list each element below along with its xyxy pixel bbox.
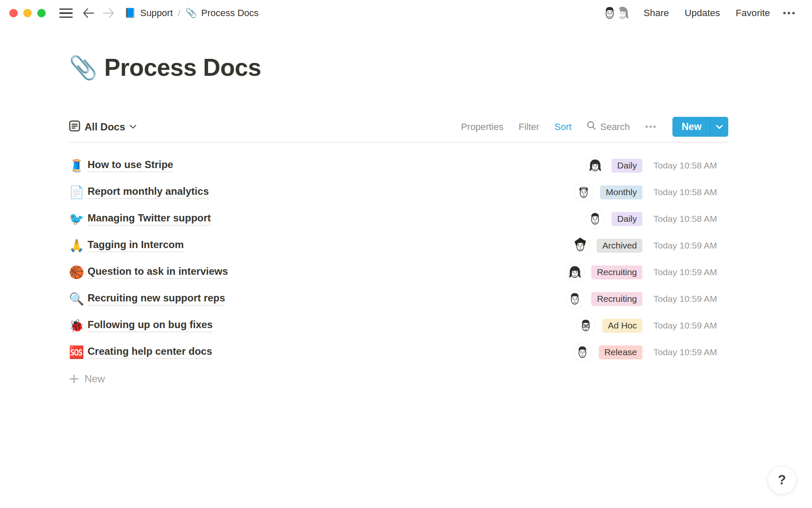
doc-emoji-icon: 🏀 xyxy=(69,266,88,279)
doc-title-link[interactable]: How to use Stripe xyxy=(88,159,173,172)
filter-button[interactable]: Filter xyxy=(518,121,539,133)
edited-timestamp: Today 10:59 AM xyxy=(653,294,728,304)
collaborator-avatars xyxy=(601,4,632,22)
avatar xyxy=(577,317,595,335)
breadcrumb-separator: / xyxy=(178,8,181,18)
table-row[interactable]: 🧵 How to use Stripe Daily Today 10:58 AM xyxy=(69,152,728,179)
help-button[interactable]: ? xyxy=(768,466,796,494)
doc-emoji-icon: 🐞 xyxy=(69,320,88,332)
edited-timestamp: Today 10:58 AM xyxy=(653,214,728,224)
page-icon-paperclip[interactable]: 📎 xyxy=(69,56,97,79)
avatar xyxy=(566,263,584,282)
doc-title-link[interactable]: Report monthly analytics xyxy=(88,185,209,199)
chevron-down-icon xyxy=(129,123,137,131)
doc-emoji-icon: 🆘 xyxy=(69,346,88,359)
close-window-button[interactable] xyxy=(9,9,18,17)
table-row[interactable]: 🔍 Recruiting new support reps Recruiting… xyxy=(69,286,728,312)
doc-emoji-icon: 🔍 xyxy=(69,293,88,305)
plus-icon xyxy=(69,374,79,384)
edited-timestamp: Today 10:59 AM xyxy=(653,347,728,357)
table-row[interactable]: 🙏 Tagging in Intercom Archived Today 10:… xyxy=(69,232,728,259)
avatar xyxy=(586,157,604,175)
database-toolbar: All Docs Properties Filter Sort Search •… xyxy=(69,117,728,137)
traffic-lights xyxy=(9,9,46,17)
page-body: 📎 Process Docs All Docs Properties Filte… xyxy=(0,52,812,392)
search-button[interactable]: Search xyxy=(587,121,630,133)
doc-title-link[interactable]: Managing Twitter support xyxy=(88,212,211,226)
properties-button[interactable]: Properties xyxy=(461,121,503,133)
edited-timestamp: Today 10:59 AM xyxy=(653,267,728,277)
add-new-row-button[interactable]: New xyxy=(69,366,728,392)
back-arrow-icon[interactable] xyxy=(82,8,95,19)
avatar[interactable] xyxy=(601,4,619,22)
avatar xyxy=(573,343,592,362)
tag-badge: Monthly xyxy=(600,185,642,199)
new-button[interactable]: New xyxy=(672,117,728,137)
tag-badge: Daily xyxy=(612,159,642,173)
view-switcher[interactable]: All Docs xyxy=(69,120,137,133)
doc-emoji-icon: 🧵 xyxy=(69,160,88,172)
avatar xyxy=(575,183,593,202)
table-row[interactable]: 🐞 Following up on bug fixes Ad Hoc Today… xyxy=(69,312,728,339)
avatar xyxy=(571,237,590,255)
minimize-window-button[interactable] xyxy=(23,9,32,17)
breadcrumb-label: Support xyxy=(140,8,173,19)
new-button-label: New xyxy=(672,117,710,137)
paperclip-icon: 📎 xyxy=(185,8,197,19)
new-button-chevron-down-icon[interactable] xyxy=(710,117,728,137)
breadcrumb-label: Process Docs xyxy=(201,8,259,19)
doc-emoji-icon: 🙏 xyxy=(69,240,88,252)
table-row[interactable]: 📄 Report monthly analytics Monthly Today… xyxy=(69,179,728,206)
doc-emoji-icon: 🐦 xyxy=(69,213,88,225)
more-options-icon[interactable]: ••• xyxy=(783,8,796,19)
favorite-button[interactable]: Favorite xyxy=(736,8,770,19)
document-list: 🧵 How to use Stripe Daily Today 10:58 AM… xyxy=(69,143,728,366)
blue-book-icon: 📘 xyxy=(124,8,136,19)
avatar xyxy=(566,290,584,308)
current-view-name: All Docs xyxy=(85,121,125,133)
tag-badge: Archived xyxy=(597,239,642,253)
table-row[interactable]: 🐦 Managing Twitter support Daily Today 1… xyxy=(69,206,728,232)
avatar xyxy=(586,210,604,228)
sort-button[interactable]: Sort xyxy=(554,121,571,133)
edited-timestamp: Today 10:59 AM xyxy=(653,240,728,251)
doc-title-link[interactable]: Following up on bug fixes xyxy=(88,319,213,332)
tag-badge: Recruiting xyxy=(591,265,642,279)
doc-title-link[interactable]: Tagging in Intercom xyxy=(88,239,184,252)
breadcrumb: 📘 Support / 📎 Process Docs xyxy=(124,8,259,19)
tag-badge: Ad Hoc xyxy=(602,319,642,333)
doc-title-link[interactable]: Question to ask in interviews xyxy=(88,265,228,279)
share-button[interactable]: Share xyxy=(644,8,669,19)
breadcrumb-item-support[interactable]: 📘 Support xyxy=(124,8,173,19)
table-row[interactable]: 🏀 Question to ask in interviews Recruiti… xyxy=(69,259,728,286)
sidebar-menu-icon[interactable] xyxy=(59,8,73,18)
window-titlebar: 📘 Support / 📎 Process Docs Share Updates… xyxy=(0,0,812,26)
doc-title-link[interactable]: Recruiting new support reps xyxy=(88,292,225,306)
search-icon xyxy=(587,121,596,133)
zoom-window-button[interactable] xyxy=(37,9,46,17)
table-view-icon xyxy=(69,120,80,133)
doc-title-link[interactable]: Creating help center docs xyxy=(88,345,212,359)
tag-badge: Release xyxy=(599,345,642,359)
breadcrumb-item-process-docs[interactable]: 📎 Process Docs xyxy=(185,8,258,19)
forward-arrow-icon[interactable] xyxy=(102,8,115,19)
doc-emoji-icon: 📄 xyxy=(69,186,88,199)
tag-badge: Daily xyxy=(612,212,642,226)
edited-timestamp: Today 10:58 AM xyxy=(653,187,728,197)
toolbar-more-icon[interactable]: ••• xyxy=(645,122,657,132)
add-new-row-label: New xyxy=(85,373,105,385)
table-row[interactable]: 🆘 Creating help center docs Release Toda… xyxy=(69,339,728,366)
tag-badge: Recruiting xyxy=(591,292,642,306)
edited-timestamp: Today 10:59 AM xyxy=(653,320,728,331)
updates-button[interactable]: Updates xyxy=(685,8,720,19)
search-label: Search xyxy=(600,121,630,133)
page-title: Process Docs xyxy=(104,53,261,81)
edited-timestamp: Today 10:58 AM xyxy=(653,160,728,171)
